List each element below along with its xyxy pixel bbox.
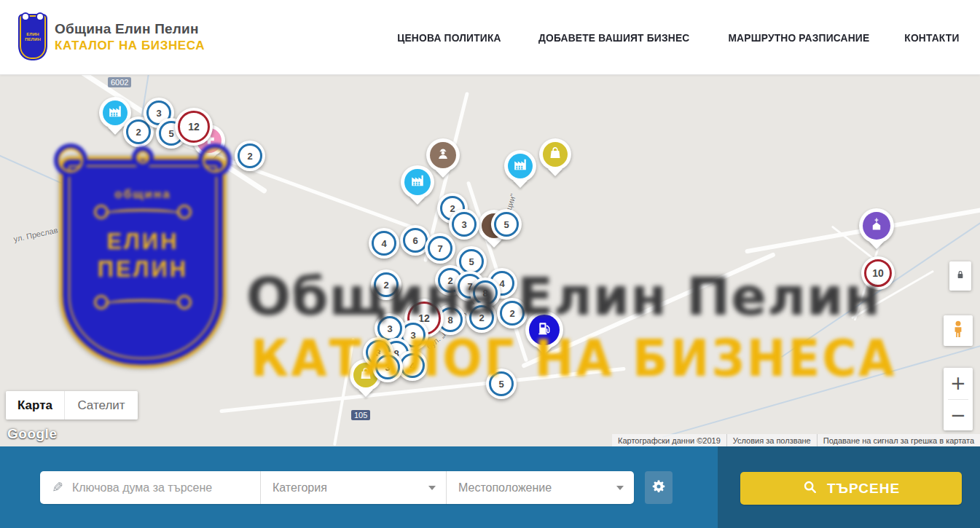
map-cluster-marker[interactable]: 12	[175, 108, 213, 146]
nav-item-3[interactable]: КОНТАКТИ	[904, 31, 959, 44]
fuel-icon	[536, 320, 553, 340]
zoom-in-button[interactable]: +	[944, 368, 973, 399]
map-category-pin-church[interactable]	[859, 208, 894, 243]
map-river	[662, 340, 980, 438]
map-road	[181, 142, 415, 230]
chevron-down-icon	[428, 486, 436, 490]
map-road	[333, 338, 355, 446]
worker-icon	[435, 146, 451, 165]
cluster-count: 5	[168, 128, 173, 139]
zoom-out-button[interactable]: −	[944, 400, 973, 431]
map-river	[0, 151, 139, 218]
map-type-satellite-button[interactable]: Сателит	[64, 391, 138, 419]
map-category-pin-bag[interactable]	[539, 138, 571, 170]
advanced-settings-button[interactable]	[645, 471, 673, 504]
cluster-count: 2	[509, 308, 514, 319]
map-cluster-marker[interactable]: 3	[449, 209, 479, 240]
map-attribution: Картографски данни ©2019Условия за ползв…	[612, 434, 980, 446]
road-number-label: 105	[351, 410, 370, 420]
nav-item-0[interactable]: ЦЕНОВА ПОЛИТИКА	[397, 31, 501, 44]
street-name-label: ции"	[504, 192, 517, 210]
search-input[interactable]	[72, 481, 251, 494]
watermark-emblem-caption: община	[114, 187, 170, 202]
emblem-text: ЕЛИН	[26, 32, 39, 37]
cluster-count: 7	[437, 243, 442, 254]
pencil-icon: ✎	[52, 479, 63, 496]
church-icon	[869, 216, 885, 235]
bag-icon	[358, 366, 374, 385]
cluster-count: 2	[447, 275, 452, 286]
attribution-link[interactable]: Условия за ползване	[727, 436, 817, 445]
site-logo[interactable]: ЕЛИН ПЕЛИН Община Елин Пелин КАТАЛОГ НА …	[18, 14, 205, 60]
map-cluster-marker[interactable]: 2	[235, 141, 265, 171]
map-cluster-marker[interactable]: 3	[372, 352, 403, 382]
map-cluster-marker[interactable]: 2	[371, 269, 401, 300]
watermark-emblem-name: ПЕЛИН	[98, 256, 188, 283]
site-subtitle: КАТАЛОГ НА БИЗНЕСА	[55, 39, 205, 53]
gear-icon	[651, 478, 667, 497]
pegman-icon	[948, 319, 968, 342]
google-logo[interactable]: Google	[7, 426, 57, 442]
watermark-emblem-name: ЕЛИН	[98, 228, 188, 256]
search-button[interactable]: ТЪРСЕНЕ	[740, 472, 962, 505]
cluster-count: 8	[482, 288, 487, 299]
emblem-ornament	[103, 299, 183, 311]
map-category-pin-factory[interactable]	[401, 165, 434, 199]
location-select-label: Местоположение	[458, 481, 552, 494]
cluster-count: 3	[410, 330, 415, 341]
location-select[interactable]: Местоположение	[446, 471, 634, 504]
factory-icon	[512, 157, 528, 176]
nav-item-2[interactable]: МАРШРУТНО РАЗПИСАНИЕ	[729, 31, 870, 44]
map-category-pin-worker[interactable]	[426, 138, 460, 172]
cluster-count: 2	[383, 280, 388, 291]
cluster-count: 4	[499, 278, 504, 289]
site-header: ЕЛИН ПЕЛИН Община Елин Пелин КАТАЛОГ НА …	[0, 0, 980, 75]
cluster-count: 3	[461, 219, 466, 230]
cluster-count: 4	[381, 238, 386, 249]
map-cluster-marker[interactable]: 10	[861, 256, 895, 290]
attribution-text: Картографски данни ©2019	[612, 436, 726, 445]
cluster-count: 3	[156, 108, 161, 119]
cluster-count: 12	[188, 121, 200, 133]
street-view-pegman-button[interactable]	[944, 315, 973, 346]
fullscreen-lock-button[interactable]	[949, 261, 971, 291]
emblem-text: ПЕЛИН	[25, 37, 41, 42]
lock-icon	[954, 268, 967, 284]
main-nav: ЦЕНОВА ПОЛИТИКАДОБАВЕТЕ ВАШИЯТ БИЗНЕСМАР…	[393, 31, 962, 44]
attribution-link[interactable]: Подаване на сигнал за грешка в картата	[818, 436, 980, 445]
map-cluster-marker[interactable]: 4	[369, 228, 399, 259]
map-cluster-marker[interactable]: 7	[425, 233, 455, 264]
search-icon	[802, 479, 818, 497]
cluster-count: 8	[447, 315, 452, 326]
map-cluster-marker[interactable]: 5	[491, 209, 522, 240]
cluster-count: 6	[412, 235, 418, 246]
chevron-down-icon	[616, 486, 624, 490]
cluster-count: 2	[136, 127, 141, 138]
cluster-count: 4	[409, 360, 415, 371]
emblem-ornament	[103, 209, 183, 221]
cluster-count: 3	[385, 362, 390, 373]
cluster-count: 5	[498, 379, 503, 390]
map-category-pin-fuel[interactable]	[525, 311, 563, 349]
cluster-count: 5	[503, 219, 509, 230]
street-name-label: ул. Преслав	[12, 226, 58, 244]
nav-item-1[interactable]: ДОБАВЕТЕ ВАШИЯТ БИЗНЕС	[538, 31, 689, 44]
map-road	[521, 252, 776, 369]
map-canvas[interactable]: 6002105ул. Преславбул. „Новоселции" 2351…	[0, 75, 980, 446]
search-panel: ✎ Категория Местоположение ТЪРСЕНЕ	[0, 446, 980, 528]
map-type-map-button[interactable]: Карта	[6, 391, 64, 419]
site-title: Община Елин Пелин	[55, 21, 205, 37]
map-cluster-marker[interactable]: 2	[466, 302, 497, 333]
factory-icon	[107, 103, 123, 122]
cluster-count: 3	[387, 323, 392, 334]
search-fields: ✎ Категория Местоположение	[40, 471, 634, 504]
category-select[interactable]: Категория	[260, 471, 446, 504]
map-cluster-marker[interactable]: 2	[497, 298, 528, 328]
category-select-label: Категория	[273, 481, 327, 494]
map-category-pin-factory[interactable]	[504, 150, 536, 182]
factory-icon	[409, 173, 426, 192]
cluster-count: 10	[872, 267, 884, 279]
watermark-emblem: община ЕЛИН ПЕЛИН	[60, 157, 226, 368]
search-button-label: ТЪРСЕНЕ	[827, 481, 900, 497]
map-cluster-marker[interactable]: 5	[486, 369, 517, 399]
